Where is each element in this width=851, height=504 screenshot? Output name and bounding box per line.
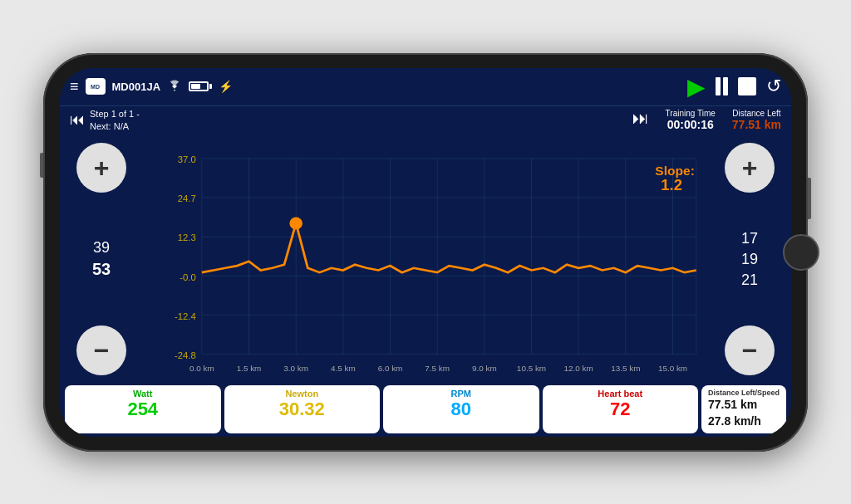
- home-button[interactable]: [783, 234, 819, 271]
- resistance-value-current: 53: [92, 260, 111, 279]
- control-buttons: ▶ ↺: [687, 73, 781, 100]
- menu-icon[interactable]: ≡: [70, 78, 79, 95]
- dist-speed-metric: Distance Left/Speed 77.51 km 27.8 km/h: [701, 385, 786, 433]
- svg-text:1.2: 1.2: [661, 177, 682, 193]
- svg-text:4.5 km: 4.5 km: [331, 364, 356, 373]
- bottom-metrics: Watt 254 Newton 30.32 RPM 80 Heart beat …: [60, 382, 791, 436]
- phone-screen: ≡ MD MD001JA ⚡ ▶: [60, 68, 791, 437]
- newton-value: 30.32: [233, 399, 372, 420]
- svg-text:37.0: 37.0: [178, 155, 196, 165]
- heartbeat-label: Heart beat: [551, 389, 691, 399]
- step-info: Step 1 of 1 - Next: N/A: [90, 108, 140, 134]
- stop-button[interactable]: [738, 77, 756, 95]
- svg-point-36: [290, 218, 302, 229]
- right-panel: + 17 19 21 −: [708, 136, 791, 382]
- watt-label: Watt: [73, 389, 213, 399]
- battery-indicator: [189, 81, 212, 91]
- wifi-icon: [167, 80, 182, 94]
- resistance-value-low: 39: [93, 239, 110, 257]
- skip-back-icon[interactable]: ⏮: [70, 111, 85, 129]
- svg-text:9.0 km: 9.0 km: [472, 364, 497, 373]
- svg-text:-0.0: -0.0: [180, 272, 196, 282]
- watt-value: 254: [73, 399, 213, 420]
- rpm-label: RPM: [391, 389, 531, 399]
- rpm-value: 80: [391, 399, 531, 420]
- heartbeat-metric: Heart beat 72: [543, 385, 699, 433]
- rpm-metric: RPM 80: [383, 385, 539, 433]
- pause-button[interactable]: [716, 77, 728, 95]
- resistance-up-button[interactable]: +: [76, 143, 126, 193]
- play-button[interactable]: ▶: [687, 73, 706, 100]
- refresh-button[interactable]: ↺: [766, 76, 781, 97]
- phone-frame: ≡ MD MD001JA ⚡ ▶: [43, 53, 808, 452]
- svg-text:-12.4: -12.4: [175, 311, 196, 321]
- svg-text:0.0 km: 0.0 km: [189, 364, 214, 373]
- device-name: MD001JA: [112, 81, 161, 93]
- svg-text:24.7: 24.7: [178, 194, 196, 204]
- svg-text:6.0 km: 6.0 km: [378, 364, 403, 373]
- svg-text:12.3: 12.3: [178, 233, 196, 243]
- heartbeat-value: 72: [551, 399, 691, 420]
- gear-value-2: 19: [741, 251, 758, 268]
- top-bar: ≡ MD MD001JA ⚡ ▶: [60, 68, 791, 106]
- gear-value-3: 21: [741, 272, 758, 289]
- skip-forward-icon[interactable]: ⏭: [632, 109, 649, 128]
- volume-button[interactable]: [40, 153, 43, 178]
- resistance-values: 39 53: [92, 199, 111, 319]
- gear-values: 17 19 21: [741, 199, 758, 319]
- step-bar-right: ⏭ Training Time 00:00:16 Distance Left 7…: [632, 109, 781, 131]
- charging-icon: ⚡: [219, 80, 233, 93]
- power-button[interactable]: [808, 178, 811, 219]
- svg-text:10.5 km: 10.5 km: [517, 364, 546, 373]
- svg-text:-24.8: -24.8: [175, 350, 196, 360]
- watt-metric: Watt 254: [65, 385, 221, 433]
- left-panel: + 39 53 −: [60, 136, 143, 382]
- distance-left-section: Distance Left 77.51 km: [732, 109, 781, 131]
- speed-value: 27.8 km/h: [708, 413, 780, 430]
- elevation-chart: 37.0 24.7 12.3 -0.0 -12.4 -24.8 0.0 km 1…: [143, 136, 708, 382]
- chart-area: 37.0 24.7 12.3 -0.0 -12.4 -24.8 0.0 km 1…: [143, 136, 708, 382]
- svg-text:15.0 km: 15.0 km: [658, 364, 687, 373]
- logo: MD: [86, 78, 106, 95]
- step-bar: ⏮ Step 1 of 1 - Next: N/A ⏭ Training Tim…: [60, 106, 791, 137]
- svg-text:3.0 km: 3.0 km: [283, 364, 308, 373]
- svg-text:1.5 km: 1.5 km: [237, 364, 262, 373]
- newton-metric: Newton 30.32: [224, 385, 381, 433]
- svg-text:7.5 km: 7.5 km: [425, 364, 450, 373]
- svg-text:13.5 km: 13.5 km: [611, 364, 640, 373]
- newton-label: Newton: [233, 389, 372, 399]
- dist-value: 77.51 km: [708, 397, 780, 413]
- training-time-section: Training Time 00:00:16: [666, 109, 716, 131]
- svg-text:12.0 km: 12.0 km: [564, 364, 593, 373]
- resistance-down-button[interactable]: −: [76, 325, 126, 375]
- gear-up-button[interactable]: +: [725, 143, 775, 193]
- gear-value-1: 17: [741, 230, 758, 247]
- main-content: + 39 53 −: [60, 136, 791, 382]
- svg-rect-0: [143, 136, 708, 382]
- svg-text:Slope:: Slope:: [655, 164, 695, 179]
- dist-speed-label: Distance Left/Speed: [708, 389, 780, 397]
- gear-down-button[interactable]: −: [725, 325, 775, 375]
